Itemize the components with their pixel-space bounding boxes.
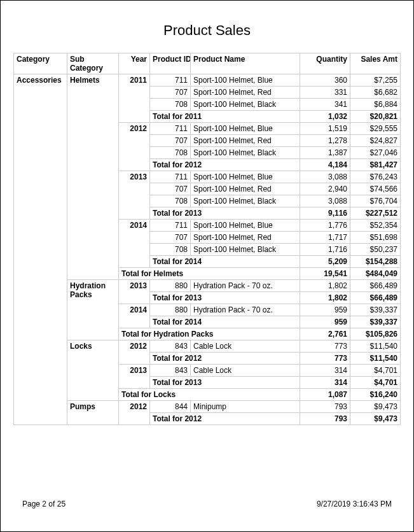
year-total-qty: 1,032 xyxy=(300,111,350,123)
year-total-label: Total for 2013 xyxy=(150,207,300,220)
product-name-cell: Sport-100 Helmet, Red xyxy=(191,135,300,147)
sales-amt-cell: $6,682 xyxy=(350,87,401,99)
year-cell: 2012 xyxy=(119,340,150,365)
sales-amt-cell: $74,566 xyxy=(350,183,401,195)
sales-amt-cell: $6,884 xyxy=(350,99,401,111)
sales-amt-cell: $11,540 xyxy=(350,340,401,353)
year-cell: 2011 xyxy=(119,74,150,123)
quantity-cell: 1,802 xyxy=(300,280,350,292)
year-total-amt: $154,288 xyxy=(350,256,401,268)
year-total-label: Total for 2012 xyxy=(150,159,300,171)
product-name-cell: Sport-100 Helmet, Red xyxy=(191,183,300,195)
product-id-cell: 708 xyxy=(150,195,191,207)
quantity-cell: 1,278 xyxy=(300,135,350,147)
product-id-cell: 880 xyxy=(150,280,191,292)
sales-amt-cell: $24,827 xyxy=(350,135,401,147)
product-name-cell: Sport-100 Helmet, Blue xyxy=(191,123,300,135)
sales-amt-cell: $76,243 xyxy=(350,171,401,183)
quantity-cell: 360 xyxy=(300,74,350,87)
product-id-cell: 707 xyxy=(150,87,191,99)
year-total-label: Total for 2013 xyxy=(150,377,300,389)
sales-amt-cell: $52,354 xyxy=(350,220,401,232)
table-row: Pumps2012844Minipump793$9,473 xyxy=(14,401,401,413)
year-total-qty: 5,209 xyxy=(300,256,350,268)
quantity-cell: 331 xyxy=(300,87,350,99)
sales-amt-cell: $9,473 xyxy=(350,401,401,413)
product-name-cell: Cable Lock xyxy=(191,365,300,377)
product-id-cell: 844 xyxy=(150,401,191,413)
timestamp: 9/27/2019 3:16:43 PM xyxy=(317,500,392,508)
year-total-qty: 773 xyxy=(300,353,350,365)
col-sales-amt: Sales Amt xyxy=(350,53,401,74)
year-total-label: Total for 2014 xyxy=(150,256,300,268)
page-footer: Page 2 of 25 9/27/2019 3:16:43 PM xyxy=(22,500,392,508)
sales-amt-cell: $76,704 xyxy=(350,195,401,207)
product-name-cell: Hydration Pack - 70 oz. xyxy=(191,304,300,316)
subcategory-cell: Hydration Packs xyxy=(67,280,119,340)
product-id-cell: 708 xyxy=(150,147,191,159)
product-id-cell: 711 xyxy=(150,123,191,135)
year-total-amt: $39,337 xyxy=(350,316,401,328)
product-name-cell: Sport-100 Helmet, Black xyxy=(191,244,300,256)
product-id-cell: 711 xyxy=(150,74,191,87)
subcategory-cell: Locks xyxy=(67,340,119,401)
year-cell: 2013 xyxy=(119,280,150,304)
product-name-cell: Sport-100 Helmet, Red xyxy=(191,87,300,99)
sales-amt-cell: $29,555 xyxy=(350,123,401,135)
product-name-cell: Sport-100 Helmet, Blue xyxy=(191,74,300,87)
quantity-cell: 3,088 xyxy=(300,171,350,183)
product-name-cell: Minipump xyxy=(191,401,300,413)
subcategory-cell: Helmets xyxy=(67,74,119,280)
product-name-cell: Sport-100 Helmet, Black xyxy=(191,99,300,111)
year-cell: 2012 xyxy=(119,123,150,171)
quantity-cell: 793 xyxy=(300,401,350,413)
year-cell: 2013 xyxy=(119,171,150,220)
year-total-qty: 959 xyxy=(300,316,350,328)
year-cell: 2014 xyxy=(119,304,150,328)
col-year: Year xyxy=(119,53,150,74)
subcategory-total-label: Total for Hydration Packs xyxy=(119,328,300,340)
year-total-amt: $20,821 xyxy=(350,111,401,123)
table-row: AccessoriesHelmets2011711Sport-100 Helme… xyxy=(14,74,401,87)
product-name-cell: Sport-100 Helmet, Black xyxy=(191,147,300,159)
year-total-qty: 793 xyxy=(300,413,350,425)
product-id-cell: 707 xyxy=(150,183,191,195)
quantity-cell: 2,940 xyxy=(300,183,350,195)
col-product-name: Product Name xyxy=(191,53,300,74)
year-total-label: Total for 2012 xyxy=(150,413,300,425)
product-id-cell: 880 xyxy=(150,304,191,316)
product-name-cell: Hydration Pack - 70 oz. xyxy=(191,280,300,292)
category-cell: Accessories xyxy=(14,74,67,425)
quantity-cell: 3,088 xyxy=(300,195,350,207)
quantity-cell: 1,776 xyxy=(300,220,350,232)
sales-amt-cell: $51,698 xyxy=(350,232,401,244)
year-total-label: Total for 2011 xyxy=(150,111,300,123)
sales-amt-cell: $7,255 xyxy=(350,74,401,87)
subcategory-cell: Pumps xyxy=(67,401,119,425)
year-total-qty: 1,802 xyxy=(300,292,350,304)
subcategory-total-label: Total for Locks xyxy=(119,389,300,401)
subcategory-total-qty: 19,541 xyxy=(300,268,350,280)
sales-amt-cell: $27,046 xyxy=(350,147,401,159)
table-row: Locks2012843Cable Lock773$11,540 xyxy=(14,340,401,353)
year-total-amt: $227,512 xyxy=(350,207,401,220)
product-id-cell: 843 xyxy=(150,340,191,353)
year-cell: 2012 xyxy=(119,401,150,425)
product-id-cell: 707 xyxy=(150,135,191,147)
product-name-cell: Sport-100 Helmet, Black xyxy=(191,195,300,207)
subcategory-total-amt: $484,049 xyxy=(350,268,401,280)
quantity-cell: 1,387 xyxy=(300,147,350,159)
year-total-qty: 4,184 xyxy=(300,159,350,171)
year-total-label: Total for 2014 xyxy=(150,316,300,328)
sales-amt-cell: $4,701 xyxy=(350,365,401,377)
report-title: Product Sales xyxy=(13,22,401,39)
col-product-id: Product ID xyxy=(150,53,191,74)
quantity-cell: 1,717 xyxy=(300,232,350,244)
year-total-amt: $4,701 xyxy=(350,377,401,389)
table-row: Hydration Packs2013880Hydration Pack - 7… xyxy=(14,280,401,292)
quantity-cell: 959 xyxy=(300,304,350,316)
quantity-cell: 341 xyxy=(300,99,350,111)
year-cell: 2014 xyxy=(119,220,150,268)
year-total-label: Total for 2013 xyxy=(150,292,300,304)
col-quantity: Quantity xyxy=(300,53,350,74)
